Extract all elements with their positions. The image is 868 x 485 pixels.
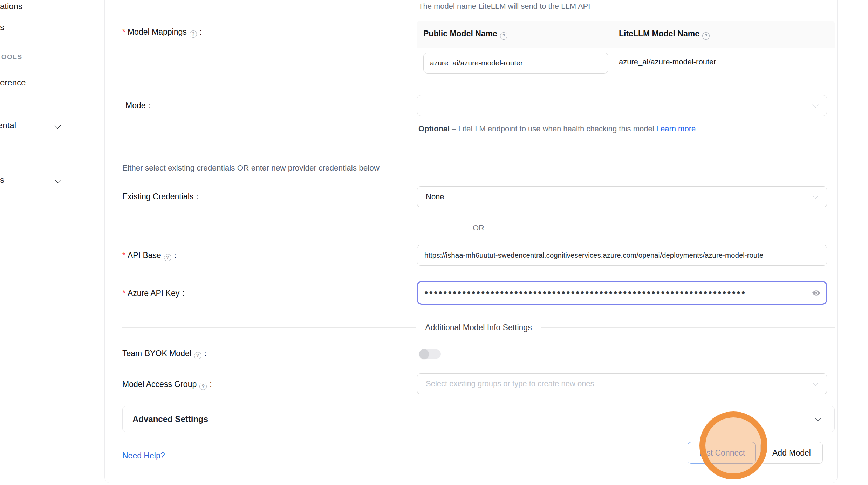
team-byok-label: Team-BYOK Model?:	[122, 349, 206, 359]
existing-credentials-select[interactable]: None	[417, 186, 827, 207]
existing-credentials-label: Existing Credentials:	[122, 192, 199, 201]
model-mappings-table-header: Public Model Name? LiteLLM Model Name?	[417, 21, 835, 48]
chevron-down-icon	[815, 415, 821, 421]
litellm-model-name-header: LiteLLM Model Name?	[613, 29, 710, 40]
question-circle-icon[interactable]: ?	[500, 32, 507, 40]
chevron-down-icon[interactable]	[54, 122, 61, 129]
sidebar-section-tools: TOOLS	[0, 53, 22, 61]
toggle-key-visibility-button[interactable]	[808, 285, 824, 300]
chevron-down-icon	[813, 102, 819, 108]
api-base-label: *API Base?:	[122, 251, 176, 261]
sidebar-item-settings[interactable]: s	[0, 175, 4, 185]
question-circle-icon[interactable]: ?	[190, 30, 197, 38]
public-model-name-header: Public Model Name?	[417, 29, 613, 40]
sidebar-item-organizations[interactable]: ations	[0, 1, 22, 11]
model-access-group-placeholder: Select existing groups or type to create…	[417, 379, 594, 388]
model-access-group-label: Model Access Group?:	[122, 380, 212, 390]
add-model-page: ations s TOOLS erence ental s The model …	[0, 0, 868, 485]
azure-api-key-label: *Azure API Key:	[122, 289, 185, 298]
need-help-link[interactable]: Need Help?	[122, 451, 165, 460]
required-asterisk: *	[122, 27, 125, 36]
chevron-down-icon	[813, 193, 819, 199]
question-circle-icon[interactable]: ?	[702, 32, 710, 40]
model-mapping-row: azure_ai/azure-model-router	[417, 48, 835, 102]
optional-bold: Optional	[418, 124, 450, 133]
azure-api-key-input[interactable]	[418, 287, 808, 299]
model-access-group-select[interactable]: Select existing groups or type to create…	[417, 373, 827, 394]
sidebar-item-reference[interactable]: erence	[0, 78, 26, 88]
mode-label: Mode:	[125, 101, 151, 110]
api-base-input[interactable]	[417, 245, 827, 266]
question-circle-icon[interactable]: ?	[164, 254, 171, 261]
learn-more-link[interactable]: Learn more	[656, 124, 696, 133]
team-byok-toggle[interactable]	[419, 349, 441, 359]
model-mappings-label: *Model Mappings?:	[122, 27, 202, 38]
credentials-note: Either select existing credentials OR en…	[122, 164, 380, 173]
sidebar-item-1[interactable]: s	[0, 22, 4, 32]
model-mappings-table: Public Model Name? LiteLLM Model Name? a…	[417, 21, 835, 102]
chevron-down-icon[interactable]	[54, 177, 61, 183]
chevron-down-icon	[813, 380, 819, 386]
add-model-button[interactable]: Add Model	[760, 442, 823, 464]
model-name-hint: The model name LiteLLM will send to the …	[418, 2, 590, 11]
test-connect-button[interactable]: Test Connect	[688, 442, 756, 464]
advanced-settings-title: Advanced Settings	[132, 414, 208, 424]
required-asterisk: *	[122, 251, 125, 260]
toggle-knob-icon	[419, 349, 429, 359]
required-asterisk: *	[122, 289, 125, 298]
additional-settings-divider: Additional Model Info Settings	[122, 323, 835, 332]
mode-hint: Optional – LiteLLM endpoint to use when …	[418, 122, 709, 136]
mode-select[interactable]	[417, 95, 827, 116]
column-divider	[613, 26, 613, 43]
existing-credentials-value: None	[417, 192, 444, 201]
question-circle-icon[interactable]: ?	[194, 352, 201, 359]
or-divider: OR	[122, 223, 835, 233]
public-model-name-input[interactable]	[423, 53, 608, 74]
azure-api-key-field	[417, 281, 827, 305]
sidebar-item-experimental[interactable]: ental	[0, 120, 16, 130]
litellm-model-name-value: azure_ai/azure-model-router	[619, 57, 716, 67]
question-circle-icon[interactable]: ?	[199, 383, 207, 390]
advanced-settings-header[interactable]: Advanced Settings	[122, 406, 835, 432]
eye-icon	[812, 288, 821, 298]
